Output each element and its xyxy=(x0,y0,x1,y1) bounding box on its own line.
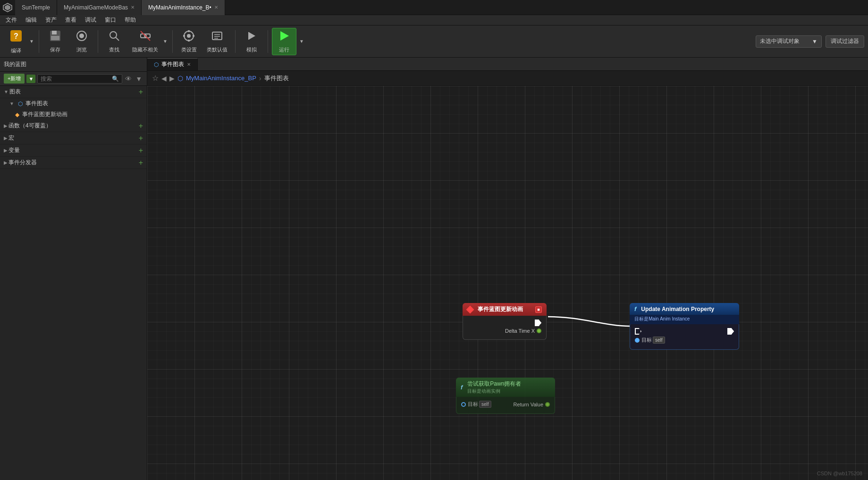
svg-rect-19 xyxy=(193,35,194,37)
func-target-pin[interactable] xyxy=(461,402,466,407)
menu-bar: 文件 编辑 资产 查看 调试 窗口 帮助 xyxy=(0,15,868,25)
browse-button[interactable]: 浏览 xyxy=(69,28,94,55)
func-return-pin[interactable] xyxy=(545,402,550,407)
find-button[interactable]: 查找 xyxy=(102,28,126,55)
event-node-close[interactable]: ■ xyxy=(535,306,542,313)
variables-section-header[interactable]: ▶ 变量 + xyxy=(0,144,147,157)
debug-select[interactable]: 未选中调试对象 ▼ xyxy=(756,35,822,48)
new-button[interactable]: +新增 xyxy=(4,74,25,84)
run-label: 运行 xyxy=(279,46,289,53)
run-icon xyxy=(278,29,291,44)
new-button-arrow[interactable]: ▼ xyxy=(26,75,35,83)
event-exec-out-pin[interactable] xyxy=(535,320,541,326)
macros-section-header[interactable]: ▶ 宏 + xyxy=(0,132,147,144)
eye-button[interactable]: 👁 xyxy=(124,74,133,84)
graph-add-button[interactable]: + xyxy=(139,88,143,96)
functions-section-header[interactable]: ▶ 函数（4可覆盖） + xyxy=(0,120,147,132)
breadcrumb-back[interactable]: ◀ xyxy=(161,75,167,82)
menu-asset[interactable]: 资产 xyxy=(42,15,60,25)
hide-button[interactable]: 隐藏不相关 xyxy=(128,28,162,55)
macros-add-button[interactable]: + xyxy=(139,135,143,142)
hide-arrow[interactable]: ▼ xyxy=(162,28,169,55)
menu-debug[interactable]: 调试 xyxy=(81,15,100,25)
functions-section-label: 函数（4可覆盖） xyxy=(8,122,139,130)
close-animal-icon[interactable]: ✕ xyxy=(131,5,135,10)
svg-rect-16 xyxy=(188,30,190,32)
sep2 xyxy=(98,30,98,53)
update-anim-node[interactable]: f Update Animation Property 目标是Main Anim… xyxy=(630,303,739,350)
svg-line-10 xyxy=(116,37,119,41)
graph-section-label: 图表 xyxy=(9,88,139,96)
breadcrumb-star[interactable]: ☆ xyxy=(152,74,159,83)
event-node[interactable]: 事件蓝图更新动画 ■ Delta Time X xyxy=(463,303,547,340)
save-button[interactable]: 保存 xyxy=(43,28,67,55)
event-bp-update-label: 事件蓝图更新动画 xyxy=(22,110,67,118)
search-bar: +新增 ▼ 🔍 👁 ▼ xyxy=(0,72,147,86)
tab-suntemple-label: SunTemple xyxy=(22,4,50,11)
compile-button[interactable]: ? 编译 xyxy=(4,28,28,55)
tabs-area: SunTemple MyAnimalGameModeBas ✕ MyMainAn… xyxy=(15,0,868,15)
functions-add-button[interactable]: + xyxy=(139,122,143,130)
update-anim-target-pin[interactable] xyxy=(635,338,640,343)
variables-add-button[interactable]: + xyxy=(139,147,143,154)
debug-select-arrow: ▼ xyxy=(812,38,817,45)
search-input[interactable] xyxy=(41,76,112,82)
breadcrumb-bp-name[interactable]: MyMainAnimInstance_BP xyxy=(186,75,256,82)
update-anim-exec-out-pin[interactable] xyxy=(727,328,734,335)
breadcrumb-forward[interactable]: ▶ xyxy=(169,75,175,82)
tab-main-anim[interactable]: MyMainAnimInstance_B• ✕ xyxy=(142,0,225,15)
dispatchers-add-button[interactable]: + xyxy=(139,159,143,167)
canvas-tab-event-graph[interactable]: ⬡ 事件图表 ✕ xyxy=(147,58,198,70)
simulate-button[interactable]: 模拟 xyxy=(239,28,264,55)
menu-file[interactable]: 文件 xyxy=(2,15,21,25)
main-layout: 我的蓝图 +新增 ▼ 🔍 👁 ▼ ▼ 图表 + ▼ ⬡ 事件图表 xyxy=(0,58,868,480)
func-target-self: self xyxy=(479,401,491,408)
func-node-pin-row: 目标 self Return Value xyxy=(461,401,550,408)
debug-select-label: 未选中调试对象 xyxy=(760,37,800,45)
sep1 xyxy=(39,30,39,53)
class-settings-label: 类设置 xyxy=(181,46,197,53)
compile-icon: ? xyxy=(8,28,24,45)
menu-view[interactable]: 查看 xyxy=(61,15,80,25)
tab-animal-game-mode[interactable]: MyAnimalGameModeBas ✕ xyxy=(57,0,142,15)
dispatchers-section-header[interactable]: ▶ 事件分发器 + xyxy=(0,157,147,169)
event-node-header: 事件蓝图更新动画 ■ xyxy=(463,303,547,316)
event-bp-update-item[interactable]: ◆ 事件蓝图更新动画 xyxy=(0,109,147,120)
update-anim-exec-row xyxy=(635,328,734,335)
graph-expand-arrow: ▼ xyxy=(4,89,8,94)
class-settings-button[interactable]: 类设置 xyxy=(177,28,201,55)
event-node-title: 事件蓝图更新动画 xyxy=(478,305,523,313)
close-mainanim-icon[interactable]: ✕ xyxy=(214,5,218,10)
breadcrumb-bar: ☆ ◀ ▶ ⬡ MyMainAnimInstance_BP › 事件图表 xyxy=(147,71,868,86)
macros-section-label: 宏 xyxy=(8,134,139,142)
event-deltatime-out-pin[interactable] xyxy=(537,328,541,333)
menu-edit[interactable]: 编辑 xyxy=(22,15,41,25)
search-input-wrap: 🔍 xyxy=(37,74,122,84)
run-button[interactable]: 运行 xyxy=(272,28,296,55)
event-node-body: Delta Time X xyxy=(463,316,547,340)
canvas-area: ⬡ 事件图表 ✕ ☆ ◀ ▶ ⬡ MyMainAnimInstance_BP ›… xyxy=(147,58,868,480)
blueprint-canvas[interactable]: 事件蓝图更新动画 ■ Delta Time X f Upda xyxy=(147,86,868,480)
event-diamond-icon xyxy=(466,305,474,313)
debug-filter-button[interactable]: 调试过滤器 xyxy=(826,35,864,48)
canvas-tab-label: 事件图表 xyxy=(161,60,184,68)
event-graph-item[interactable]: ▼ ⬡ 事件图表 xyxy=(0,98,147,109)
debug-filter-label: 调试过滤器 xyxy=(831,37,859,45)
macros-expand-arrow: ▶ xyxy=(4,135,8,141)
blueprints-header: 我的蓝图 xyxy=(0,58,147,72)
update-anim-exec-in-pin[interactable] xyxy=(635,328,641,335)
menu-window[interactable]: 窗口 xyxy=(101,15,120,25)
variables-section-label: 变量 xyxy=(8,146,139,154)
run-arrow[interactable]: ▼ xyxy=(298,28,305,55)
tab-suntemple[interactable]: SunTemple xyxy=(15,0,57,15)
sep3 xyxy=(172,30,173,53)
menu-help[interactable]: 帮助 xyxy=(121,15,140,25)
class-defaults-button[interactable]: 类默认值 xyxy=(203,28,231,55)
canvas-tab-close[interactable]: ✕ xyxy=(187,62,191,67)
compile-arrow[interactable]: ▼ xyxy=(28,28,35,55)
compile-label: 编译 xyxy=(11,47,21,54)
filter-button[interactable]: ▼ xyxy=(135,74,143,84)
func-node[interactable]: f 尝试获取Pawn拥有者 目标是动画实例 目标 self xyxy=(456,378,555,414)
func-node-title: 尝试获取Pawn拥有者 xyxy=(467,380,521,388)
graph-section-header[interactable]: ▼ 图表 + xyxy=(0,86,147,98)
